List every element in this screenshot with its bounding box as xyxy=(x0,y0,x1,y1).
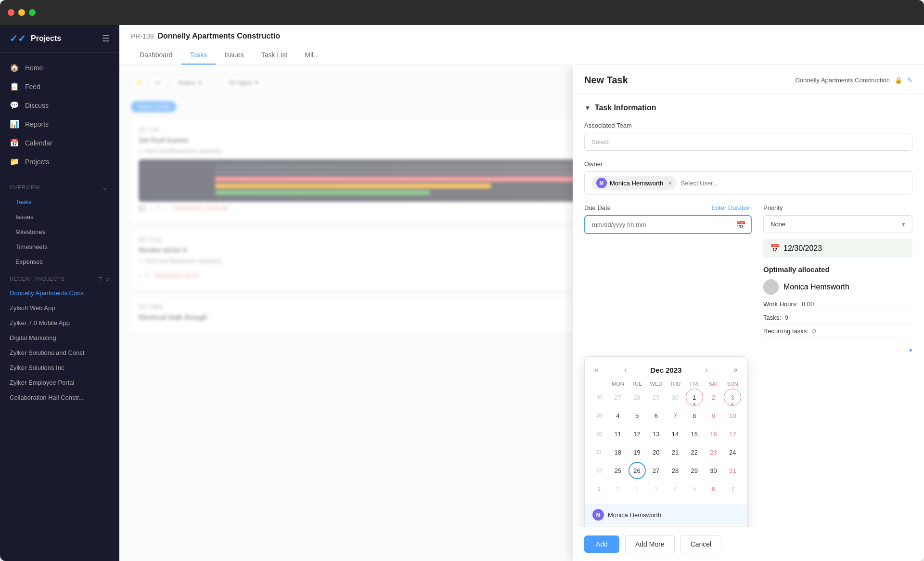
cal-day[interactable]: 14 xyxy=(667,425,684,443)
cal-day[interactable]: 12 xyxy=(629,425,646,443)
add-more-button[interactable]: Add More xyxy=(625,535,675,553)
associated-team-select[interactable]: Select xyxy=(584,133,912,151)
cancel-button[interactable]: Cancel xyxy=(680,535,722,553)
optimally-person-name: Monica Hemsworth xyxy=(783,283,849,291)
cal-prev-btn[interactable]: ‹ xyxy=(622,364,629,376)
sidebar-item-calendar[interactable]: 📅 Calendar xyxy=(0,133,119,152)
sidebar-project-collaboration[interactable]: Collaboration Hall Constr... xyxy=(0,390,119,405)
cal-day[interactable]: 30 xyxy=(705,462,722,479)
sidebar-item-label: Feed xyxy=(25,83,40,91)
new-task-project-name: Donnelly Apartments Construction xyxy=(795,77,890,84)
cal-day[interactable]: 29 xyxy=(647,389,665,406)
sidebar-project-zylker-employee[interactable]: Zylker Employee Portal xyxy=(0,375,119,390)
cal-day[interactable]: 28 xyxy=(629,389,646,406)
cal-day[interactable]: 25 xyxy=(609,462,627,479)
cal-day[interactable]: 16 xyxy=(705,425,722,443)
owner-search-input[interactable] xyxy=(680,180,905,187)
cal-day[interactable]: 27 xyxy=(647,462,665,479)
tab-dashboard[interactable]: Dashboard xyxy=(131,46,181,65)
cal-day[interactable]: 17 xyxy=(724,425,741,443)
due-date-input[interactable] xyxy=(584,215,752,234)
cal-day[interactable]: 7 xyxy=(724,480,741,497)
cal-day[interactable]: 3 xyxy=(647,480,665,497)
cal-day[interactable]: 10 xyxy=(724,407,741,424)
cal-day[interactable]: 31 xyxy=(724,462,741,479)
calendar-suggest-icon: 📅 xyxy=(770,244,780,253)
enter-duration-link[interactable]: Enter Duration xyxy=(711,204,752,211)
week-num: 51 xyxy=(590,449,608,455)
cal-day[interactable]: 20 xyxy=(647,444,665,461)
sidebar-item-discuss[interactable]: 💬 Discuss xyxy=(0,96,119,115)
recent-projects-menu-icon[interactable]: ≡ xyxy=(98,275,103,283)
sidebar-item-projects[interactable]: 📁 Projects xyxy=(0,152,119,171)
sidebar-item-reports[interactable]: 📊 Reports xyxy=(0,115,119,133)
overview-chevron-icon[interactable]: ⌄ xyxy=(100,183,110,192)
cal-day[interactable]: 15 xyxy=(686,425,703,443)
recent-projects-search-icon[interactable]: ○ xyxy=(105,275,110,283)
sidebar-sub-expenses[interactable]: Expenses xyxy=(0,254,119,269)
sidebar-project-donnelly[interactable]: Donnelly Apartments Cons xyxy=(0,286,119,300)
sidebar-sub-timesheets[interactable]: Timesheets xyxy=(0,239,119,254)
due-priority-row: Due Date Enter Duration 📅 xyxy=(584,204,912,354)
sidebar-sub-tasks[interactable]: Tasks xyxy=(0,195,119,209)
cal-day[interactable]: 30 xyxy=(667,389,684,406)
calendar-picker-icon[interactable]: 📅 xyxy=(736,220,746,229)
maximize-button[interactable] xyxy=(29,9,36,16)
cal-day[interactable]: 11 xyxy=(609,425,627,443)
sidebar-project-zylsoft[interactable]: Zylsoft Web App xyxy=(0,300,119,315)
sidebar-item-home[interactable]: 🏠 Home xyxy=(0,58,119,77)
cal-day[interactable]: 13 xyxy=(647,425,665,443)
cal-day[interactable]: 6 xyxy=(647,407,665,424)
cal-day[interactable]: 21 xyxy=(667,444,684,461)
cal-day[interactable]: 8 xyxy=(686,407,703,424)
sidebar-navigation: 🏠 Home 📋 Feed 💬 Discuss 📊 Reports 📅 xyxy=(0,52,119,177)
sidebar-item-label: Calendar xyxy=(25,139,52,147)
cal-day[interactable]: 1 xyxy=(609,480,627,497)
cal-day[interactable]: 2 xyxy=(705,389,722,406)
owner-remove-btn[interactable]: × xyxy=(668,179,672,187)
tab-tasks[interactable]: Tasks xyxy=(181,46,216,65)
cal-day[interactable]: 22 xyxy=(686,444,703,461)
sidebar-project-zylker-solutions[interactable]: Zylker Solutions and Const xyxy=(0,345,119,360)
cal-day[interactable]: 5 xyxy=(686,480,703,497)
close-button[interactable] xyxy=(8,9,14,16)
edit-icon[interactable]: ✎ xyxy=(907,77,912,84)
sidebar-project-zylker-inc[interactable]: Zylker Solutions Inc xyxy=(0,360,119,375)
sidebar-project-zylker70[interactable]: Zylker 7.0 Mobile App xyxy=(0,315,119,330)
home-icon: 🏠 xyxy=(10,63,19,72)
owner-field[interactable]: M Monica Hemsworth × xyxy=(584,171,912,195)
priority-select[interactable]: None ▾ xyxy=(763,215,912,233)
cal-day[interactable]: 5 xyxy=(629,407,646,424)
tab-task-list[interactable]: Task List xyxy=(253,46,296,65)
cal-day[interactable]: 23 xyxy=(705,444,722,461)
expand-btn[interactable]: ▾ xyxy=(763,346,912,354)
cal-day[interactable]: 29 xyxy=(686,462,703,479)
sidebar-project-digital[interactable]: Digital Marketing xyxy=(0,330,119,345)
cal-next-next-btn[interactable]: » xyxy=(732,364,740,376)
cal-day[interactable]: 18 xyxy=(609,444,627,461)
sidebar-sub-issues[interactable]: Issues xyxy=(0,209,119,224)
cal-day[interactable]: 27 xyxy=(609,389,627,406)
cal-day[interactable]: 2 xyxy=(629,480,646,497)
cal-day[interactable]: 24 xyxy=(724,444,741,461)
cal-next-btn[interactable]: › xyxy=(704,364,710,376)
cal-day-selected[interactable]: 26 xyxy=(629,462,646,479)
sidebar-sub-milestones[interactable]: Milestones xyxy=(0,224,119,239)
cal-day[interactable]: 4 xyxy=(609,407,627,424)
cal-day[interactable]: 4 xyxy=(667,480,684,497)
add-button[interactable]: Add xyxy=(584,535,619,553)
sidebar-menu-icon[interactable]: ☰ xyxy=(102,33,110,44)
cal-week-50: 50 11 12 13 14 15 16 17 xyxy=(590,425,742,443)
cal-prev-prev-btn[interactable]: « xyxy=(592,364,601,376)
week-num: 49 xyxy=(590,413,608,418)
cal-day[interactable]: 6 xyxy=(705,480,722,497)
cal-day[interactable]: 7 xyxy=(667,407,684,424)
cal-day[interactable]: 28 xyxy=(667,462,684,479)
tab-issues[interactable]: Issues xyxy=(216,46,252,65)
cal-day[interactable]: 19 xyxy=(629,444,646,461)
sidebar-item-feed[interactable]: 📋 Feed xyxy=(0,77,119,96)
cal-day[interactable]: 9 xyxy=(705,407,722,424)
minimize-button[interactable] xyxy=(18,9,25,16)
toggle-arrow-icon[interactable]: ▼ xyxy=(584,104,591,112)
tab-milestones[interactable]: Mil... xyxy=(296,46,328,65)
